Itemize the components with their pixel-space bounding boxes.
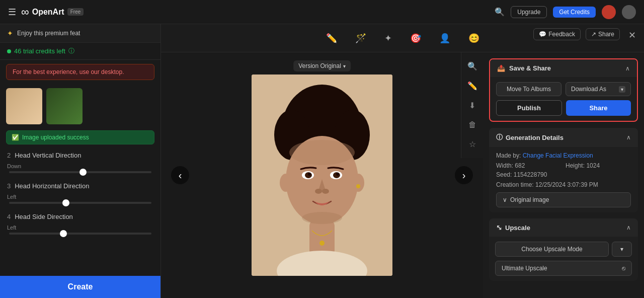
feedback-button[interactable]: 💬 Feedback [533,28,581,40]
ultimate-upscale-button[interactable]: Ultimate Upscale ⎋ [495,261,632,276]
delete-icon[interactable]: 🗑 [465,117,479,132]
svg-point-18 [356,184,360,188]
target-icon[interactable]: 🎯 [407,30,424,47]
upgrade-button[interactable]: Upgrade [511,6,547,18]
user-avatar[interactable] [602,5,616,19]
section2-label: 2 Head Vertical Direction [0,146,160,161]
gen-details-header: ⓘ Generation Details ∧ [489,128,638,147]
svg-point-17 [352,174,364,192]
left-sidebar: ✦ Enjoy this premium feat 46 trial credi… [0,24,161,298]
made-by-link[interactable]: Change Facial Expression [523,152,593,159]
svg-point-14 [315,189,322,194]
download-as-label: Download As [571,86,606,93]
edit-icon[interactable]: ✏️ [323,30,340,47]
gen-details-collapse-icon[interactable]: ∧ [626,134,631,141]
slider2-track[interactable] [9,171,151,173]
get-credits-button[interactable]: Get Credits [553,7,596,18]
gen-meta-grid: Width: 682 Height: 1024 Seed: 1154228790 [496,162,631,178]
slider3-row: Left [0,192,160,208]
person-icon[interactable]: 👤 [436,30,453,47]
upscale-title: ⤡ Upscale [496,224,530,232]
hamburger-icon[interactable]: ☰ [8,7,16,18]
image-viewer: Version Original ▾ [161,52,483,298]
download-icon[interactable]: ⬇ [466,98,478,113]
svg-point-20 [302,212,342,224]
publish-button[interactable]: Publish [496,100,562,116]
version-label: Version Original [298,62,341,69]
side-tools: 🔍 ✏️ ⬇ 🗑 ☆ [461,52,483,158]
top-navigation: ☰ ∞ OpenArt Free 🔍 Upgrade Get Credits [0,0,644,24]
close-button[interactable]: ✕ [625,28,639,42]
creation-time-row: Creation time: 12/25/2024 3:07:39 PM [496,181,631,188]
slider4-thumb[interactable] [60,230,67,237]
slider2-thumb[interactable] [79,169,87,176]
user-avatar2[interactable] [622,5,636,19]
svg-point-12 [308,173,311,176]
upscale-section: ⤡ Upscale ∧ Choose Upscale Mode ▾ Ultima… [489,218,638,281]
slider4-row: Left [0,222,160,239]
save-share-section: 📤 Save & Share ∧ Move To Albums Download… [489,58,638,122]
warning-text: For the best experience, use our desktop… [13,68,124,76]
prev-image-button[interactable]: ‹ [171,166,189,184]
download-arrow-icon: ▾ [619,86,625,93]
save-share-row2: Publish Share [496,100,631,116]
logo-badge: Free [67,8,84,16]
save-icon: 📤 [497,64,505,72]
save-share-collapse-icon[interactable]: ∧ [625,65,630,72]
slider4-label: Left [7,225,153,231]
gen-details-body: Made by: Change Facial Expression Width:… [489,147,638,212]
create-button[interactable]: Create [0,276,160,298]
credits-indicator [7,49,11,53]
share-button[interactable]: Share [566,100,631,116]
premium-star-icon: ✦ [7,29,13,37]
slider3-thumb[interactable] [62,199,69,206]
premium-text: Enjoy this premium feat [17,30,80,37]
credits-info-icon[interactable]: ⓘ [68,47,74,55]
credits-row: 46 trial credits left ⓘ [0,43,160,60]
upscale-dropdown[interactable]: ▾ [612,242,632,257]
emoji-icon[interactable]: 😊 [465,30,482,47]
thumbnail-2[interactable] [46,88,83,124]
logo-text: OpenArt [32,8,64,17]
modal-overlay: ✏️ 🪄 ✦ 🎯 👤 😊 Version Original ▾ [161,24,644,298]
slider3-track[interactable] [9,202,151,204]
transform-icon[interactable]: ✦ [381,30,395,47]
generation-details-section: ⓘ Generation Details ∧ Made by: Change F… [489,128,638,212]
upscale-header: ⤡ Upscale ∧ [489,218,638,237]
save-share-header: 📤 Save & Share ∧ [490,59,637,77]
zoom-icon[interactable]: 🔍 [464,58,480,74]
choose-upscale-button[interactable]: Choose Upscale Mode [495,242,609,257]
height-label: Height: 1024 [566,162,631,169]
share-top-button[interactable]: ↗ Share [586,28,620,40]
success-banner: ✅ Image uploaded success [6,130,154,144]
upscale-body: Choose Upscale Mode ▾ Ultimate Upscale ⎋ [489,237,638,281]
warning-banner: For the best experience, use our desktop… [6,64,154,80]
premium-banner: ✦ Enjoy this premium feat [0,24,160,43]
save-share-body: Move To Albums Download As ▾ Publish Sha… [490,77,637,121]
download-as-button[interactable]: Download As ▾ [566,82,631,96]
upscale-collapse-icon[interactable]: ∧ [626,224,631,231]
thumbnail-1[interactable] [6,88,42,124]
slider4-track[interactable] [9,233,151,235]
gen-details-title: ⓘ Generation Details [496,133,564,142]
upscale-label: Upscale [505,224,530,232]
version-badge[interactable]: Version Original ▾ [293,60,351,71]
main-area: ✏️ 🪄 ✦ 🎯 👤 😊 Version Original ▾ [161,24,644,298]
seed-row: Seed: 1154228790 [496,171,561,178]
info-icon: ⓘ [496,133,503,142]
success-text: Image uploaded success [22,134,89,141]
success-icon: ✅ [12,134,19,141]
search-icon[interactable]: 🔍 [495,7,505,17]
modal: ✏️ 🪄 ✦ 🎯 👤 😊 Version Original ▾ [161,24,644,298]
magic-icon[interactable]: 🪄 [352,30,369,47]
save-share-title: 📤 Save & Share [497,64,551,72]
section2-title: Head Vertical Direction [15,152,81,159]
next-image-button[interactable]: › [455,166,473,184]
original-image-button[interactable]: ∨ Original image [496,192,631,207]
move-to-albums-button[interactable]: Move To Albums [496,82,561,96]
star-icon[interactable]: ☆ [466,136,479,152]
section3-num: 3 [7,182,11,190]
section4-num: 4 [7,213,11,220]
feedback-icon: 💬 [539,31,546,38]
brush-icon[interactable]: ✏️ [464,78,480,94]
